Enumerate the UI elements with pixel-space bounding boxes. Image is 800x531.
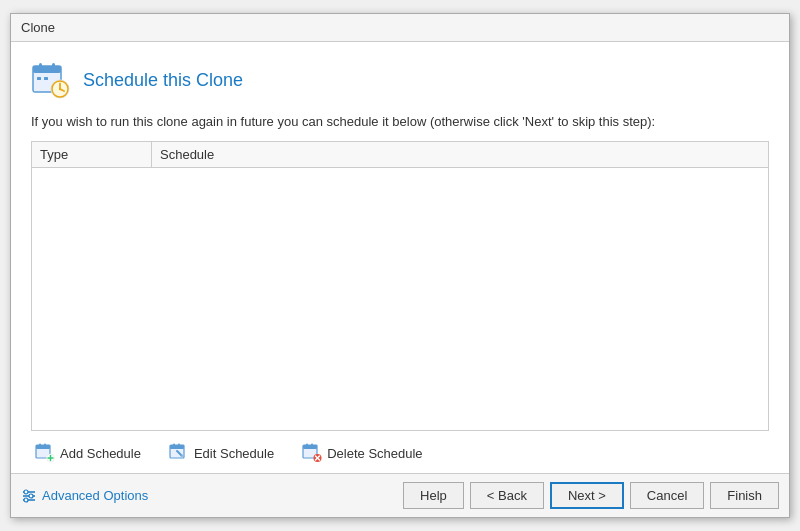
dialog-body: Schedule this Clone If you wish to run t… [11,42,789,473]
dialog-footer: Advanced Options Help < Back Next > Canc… [11,473,789,517]
empty-cell [32,168,769,431]
svg-rect-20 [173,444,175,448]
svg-rect-3 [52,63,55,70]
advanced-options-link[interactable]: Advanced Options [21,488,403,504]
delete-schedule-icon [302,443,322,463]
next-button[interactable]: Next > [550,482,624,509]
clone-dialog: Clone [10,13,790,518]
svg-rect-25 [303,445,317,449]
table-body [32,168,769,431]
description-text: If you wish to run this clone again in f… [31,114,769,129]
advanced-options-icon [21,488,37,504]
back-button[interactable]: < Back [470,482,544,509]
table-header: Type Schedule [32,142,769,168]
action-buttons-row: Add Schedule Edit Schedule [31,431,769,473]
svg-point-34 [24,490,28,494]
edit-schedule-label: Edit Schedule [194,446,274,461]
footer-buttons: Help < Back Next > Cancel Finish [403,482,779,509]
advanced-options-label: Advanced Options [42,488,148,503]
header-section: Schedule this Clone [31,60,769,100]
cancel-button[interactable]: Cancel [630,482,704,509]
svg-rect-2 [39,63,42,70]
svg-rect-5 [44,77,48,80]
svg-point-36 [24,498,28,502]
col-header-schedule: Schedule [152,142,769,168]
page-title: Schedule this Clone [83,70,243,91]
delete-schedule-button[interactable]: Delete Schedule [298,441,426,465]
svg-rect-19 [170,445,184,449]
svg-rect-4 [37,77,41,80]
svg-rect-26 [306,444,308,448]
col-header-type: Type [32,142,152,168]
svg-rect-12 [36,445,50,449]
calendar-schedule-icon [31,60,71,100]
add-schedule-label: Add Schedule [60,446,141,461]
finish-button[interactable]: Finish [710,482,779,509]
delete-schedule-label: Delete Schedule [327,446,422,461]
svg-rect-27 [311,444,313,448]
svg-rect-21 [178,444,180,448]
svg-rect-1 [33,66,61,73]
title-bar: Clone [11,14,789,42]
help-button[interactable]: Help [403,482,464,509]
schedule-table: Type Schedule [31,141,769,431]
svg-point-10 [59,88,61,90]
add-schedule-button[interactable]: Add Schedule [31,441,145,465]
title-bar-label: Clone [21,20,55,35]
svg-point-35 [29,494,33,498]
edit-schedule-button[interactable]: Edit Schedule [165,441,278,465]
svg-rect-13 [39,444,41,448]
empty-row [32,168,769,431]
edit-schedule-icon [169,443,189,463]
svg-rect-14 [44,444,46,448]
add-schedule-icon [35,443,55,463]
